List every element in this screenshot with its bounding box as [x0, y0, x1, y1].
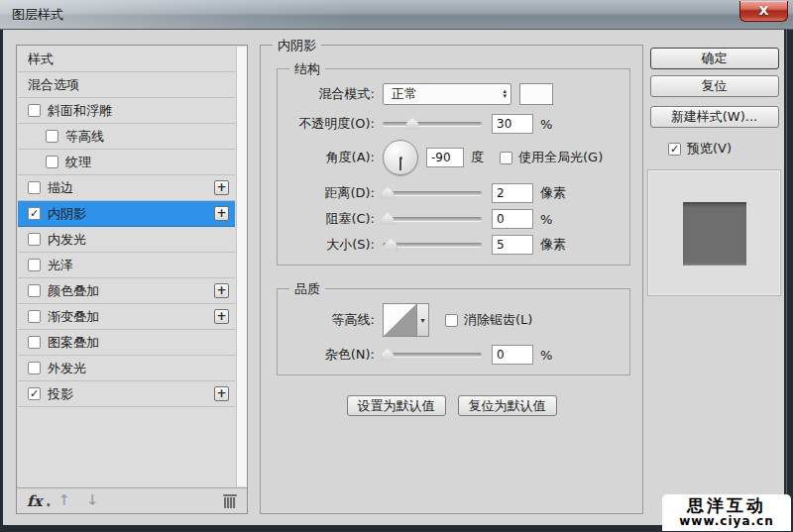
contour-dropdown-arrow[interactable]: ▾: [416, 303, 429, 337]
sidebar-item-gradient-overlay[interactable]: 渐变叠加 +: [18, 304, 235, 330]
preview-checkbox-row[interactable]: ✓ 预览(V): [668, 140, 782, 158]
shadow-color-swatch[interactable]: [519, 83, 553, 105]
distance-input[interactable]: [492, 183, 533, 203]
checkbox[interactable]: ✓: [668, 143, 681, 156]
size-unit: 像素: [540, 236, 566, 254]
add-instance-button[interactable]: +: [214, 180, 229, 195]
sidebar-item-styles[interactable]: 样式: [18, 47, 235, 72]
use-global-light-checkbox[interactable]: 使用全局光(G): [500, 149, 603, 166]
move-down-button[interactable]: ↓: [86, 493, 99, 508]
preview-square: [683, 202, 746, 266]
slider-thumb[interactable]: [382, 213, 395, 225]
checkbox[interactable]: [28, 310, 41, 323]
checkbox[interactable]: [28, 181, 41, 194]
contour-label: 等高线:: [283, 311, 375, 329]
angle-input[interactable]: [426, 148, 464, 167]
checkbox[interactable]: ✓: [28, 387, 41, 400]
anti-alias-checkbox[interactable]: 消除锯齿(L): [445, 311, 532, 329]
noise-input[interactable]: [492, 345, 533, 365]
opacity-input[interactable]: [492, 114, 533, 134]
structure-group: 结构 混合模式: 正常 ▴▾ 不透明度(O): %: [277, 68, 630, 266]
noise-unit: %: [540, 348, 552, 363]
blend-mode-label: 混合模式:: [283, 85, 375, 103]
slider-thumb[interactable]: [382, 187, 395, 199]
choke-input[interactable]: [492, 209, 533, 229]
window-frame-edge: [786, 30, 787, 525]
sidebar-item-pattern-overlay[interactable]: 图案叠加: [18, 330, 235, 356]
opacity-unit: %: [540, 117, 552, 132]
add-instance-button[interactable]: +: [214, 283, 229, 298]
noise-row: 杂色(N): %: [283, 345, 622, 365]
checkbox[interactable]: [445, 314, 458, 327]
anti-alias-label: 消除锯齿(L): [464, 311, 532, 329]
move-up-button[interactable]: ↑: [57, 493, 70, 508]
title-bar[interactable]: 图层样式 X: [0, 0, 793, 30]
opacity-label: 不透明度(O):: [283, 115, 375, 133]
item-label: 混合选项: [28, 76, 229, 94]
item-label: 渐变叠加: [48, 308, 214, 326]
item-label: 颜色叠加: [48, 282, 214, 300]
slider-thumb[interactable]: [406, 118, 419, 130]
reset-button[interactable]: 复位: [650, 75, 779, 97]
fx-menu-button[interactable]: fx▾: [27, 492, 42, 510]
checkbox[interactable]: [28, 336, 41, 349]
checkbox[interactable]: [28, 104, 41, 117]
checkbox[interactable]: [28, 284, 41, 297]
sidebar-item-contour[interactable]: 等高线: [18, 124, 235, 150]
choke-slider[interactable]: [383, 211, 482, 227]
styles-list: 样式 混合选项 斜面和浮雕 等高线 纹理: [18, 47, 235, 407]
delete-effect-button[interactable]: [223, 494, 237, 508]
slider-thumb[interactable]: [385, 239, 397, 251]
checkbox[interactable]: [28, 233, 41, 246]
noise-slider[interactable]: [383, 347, 482, 363]
sidebar-item-bevel-emboss[interactable]: 斜面和浮雕: [18, 98, 235, 124]
sidebar-item-inner-glow[interactable]: 内发光: [18, 227, 235, 253]
add-instance-button[interactable]: +: [214, 386, 229, 401]
checkbox[interactable]: [28, 362, 41, 374]
sidebar-item-outer-glow[interactable]: 外发光: [18, 356, 235, 381]
set-default-button[interactable]: 设置为默认值: [347, 395, 446, 416]
size-slider[interactable]: [383, 237, 482, 253]
item-label: 内阴影: [48, 205, 214, 223]
choke-unit: %: [540, 212, 552, 227]
dialog-content: 样式 混合选项 斜面和浮雕 等高线 纹理: [3, 30, 784, 525]
opacity-slider[interactable]: [383, 116, 482, 132]
distance-slider[interactable]: [383, 185, 482, 201]
contour-row: 等高线: ▾ 消除锯齿(L): [283, 303, 622, 337]
blend-mode-select[interactable]: 正常 ▴▾: [383, 83, 511, 105]
caret-icon: ▾: [47, 500, 51, 509]
size-row: 大小(S): 像素: [283, 235, 622, 255]
sidebar-item-blending-options[interactable]: 混合选项: [18, 72, 235, 98]
contour-picker[interactable]: ▾: [383, 303, 429, 337]
close-button[interactable]: X: [739, 1, 788, 22]
checkbox[interactable]: [28, 259, 41, 271]
slider-thumb[interactable]: [382, 349, 395, 361]
add-instance-button[interactable]: +: [214, 309, 229, 324]
blend-mode-row: 混合模式: 正常 ▴▾: [283, 83, 622, 105]
blend-mode-value: 正常: [392, 85, 417, 103]
sidebar-item-satin[interactable]: 光泽: [18, 253, 235, 278]
angle-dial[interactable]: [383, 140, 418, 175]
sidebar-item-color-overlay[interactable]: 颜色叠加 +: [18, 278, 235, 304]
distance-label: 距离(D):: [283, 184, 375, 202]
size-input[interactable]: [492, 235, 533, 255]
sidebar-item-drop-shadow[interactable]: ✓ 投影 +: [18, 381, 235, 407]
reset-default-button[interactable]: 复位为默认值: [458, 395, 557, 416]
sidebar-item-stroke[interactable]: 描边 +: [18, 175, 235, 201]
checkbox[interactable]: [500, 152, 512, 164]
quality-group: 品质 等高线: ▾ 消除锯齿(L) 杂色(N):: [277, 288, 630, 375]
sidebar-item-texture[interactable]: 纹理: [18, 150, 235, 175]
sidebar-scrollbar[interactable]: [236, 47, 246, 486]
sidebar-item-inner-shadow[interactable]: ✓ 内阴影 +: [18, 201, 235, 227]
new-style-button[interactable]: 新建样式(W)...: [650, 106, 779, 128]
item-label: 等高线: [65, 128, 229, 146]
add-instance-button[interactable]: +: [214, 206, 229, 221]
item-label: 投影: [48, 385, 214, 403]
checkbox[interactable]: [46, 156, 58, 168]
preview-label: 预览(V): [687, 140, 732, 158]
ok-button[interactable]: 确定: [650, 48, 779, 69]
checkbox[interactable]: ✓: [28, 207, 41, 220]
item-label: 内发光: [48, 231, 229, 249]
checkbox[interactable]: [46, 130, 58, 143]
panel-title: 内阴影: [273, 37, 321, 54]
